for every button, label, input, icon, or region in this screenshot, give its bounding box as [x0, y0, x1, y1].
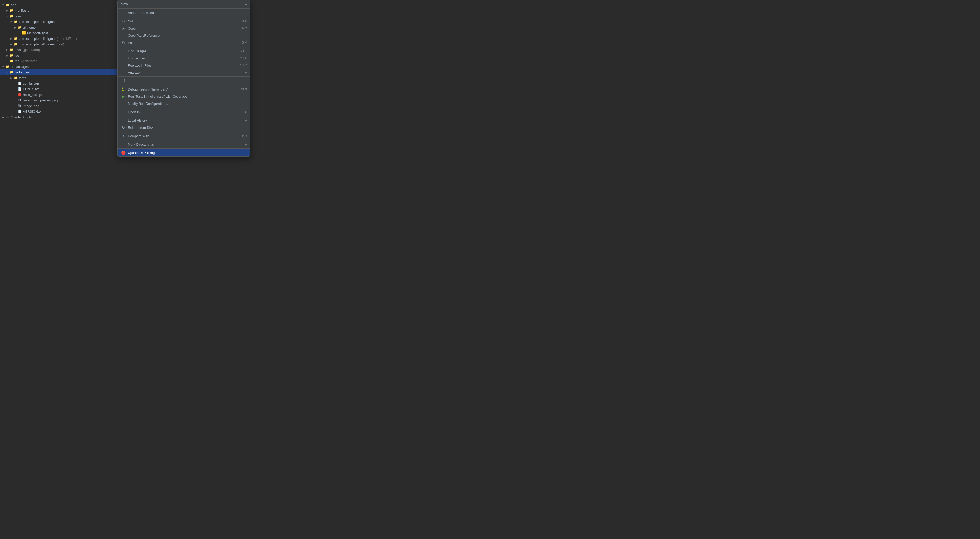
- folder-icon-com-example: 📁: [13, 20, 18, 24]
- tree-label-fonts: fonts: [19, 76, 115, 80]
- arrow-new: ▶: [245, 3, 247, 6]
- separator-2: [118, 17, 250, 17]
- shortcut-replace-in-files: ⌃⇧R: [239, 63, 247, 67]
- folder-icon-java-generated: 📁: [9, 48, 14, 52]
- menu-item-update-ui-package[interactable]: 🔴 Update UI Package: [118, 149, 250, 156]
- separator-10: [118, 148, 250, 149]
- menu-item-open-in[interactable]: Open In ▶: [118, 108, 250, 116]
- tree-item-java[interactable]: ▼ 📁 java: [0, 13, 117, 19]
- tree-label-hello-card: hello_card: [15, 70, 115, 74]
- menu-item-paste[interactable]: ⎗ Paste ⌘V: [118, 39, 250, 46]
- chevron-java: ▼: [5, 15, 9, 17]
- menu-item-copy-path[interactable]: Copy Path/Reference...: [118, 32, 250, 39]
- chevron-ui-packages: ▼: [1, 65, 5, 68]
- menu-item-add-cpp[interactable]: Add C++ to Module: [118, 9, 250, 16]
- menu-label-paste: Paste: [128, 41, 238, 44]
- tree-item-hello-card-json[interactable]: 🔴 hello_card.json: [0, 92, 117, 97]
- spinner-icon: ↺: [121, 78, 126, 83]
- menu-label-update-ui-package: Update UI Package: [128, 151, 247, 155]
- icon-local-history: [121, 118, 126, 123]
- tree-item-ui-packages[interactable]: ▼ 📁 ui-packages: [0, 64, 117, 69]
- menu-item-run-tests-coverage[interactable]: ▶ Run 'Tests in 'hello_card'' with Cover…: [118, 93, 250, 100]
- tree-item-com-example-androidtest[interactable]: ▶ 📁 com.example.hellofigma (androidTe…): [0, 36, 117, 41]
- tree-item-hello-card[interactable]: ▼ 📁 hello_card: [0, 69, 117, 75]
- chevron-gradle-scripts: ▶: [1, 116, 5, 119]
- menu-item-replace-in-files[interactable]: Replace in Files... ⌃⇧R: [118, 62, 250, 69]
- menu-item-find-in-files[interactable]: Find in Files... ⌃⇧F: [118, 55, 250, 62]
- tree-label-java: java: [15, 14, 115, 18]
- tree-item-app[interactable]: ▼ 📁 app: [0, 2, 117, 8]
- menu-item-debug-tests[interactable]: 🐛 Debug 'Tests in 'hello_card'' ⌃⇧F9: [118, 86, 250, 93]
- tree-label-fonts-txt: FONTS.txt: [23, 87, 115, 91]
- separator-7: [118, 116, 250, 116]
- tree-item-mainactivity[interactable]: 🟨 MainActivity.kt: [0, 30, 117, 36]
- icon-mark-directory: [121, 142, 126, 147]
- menu-label-run-tests-coverage: Run 'Tests in 'hello_card'' with Coverag…: [128, 95, 247, 98]
- tree-item-manifests[interactable]: ▶ 📁 manifests: [0, 8, 117, 13]
- tree-item-hello-card-preview[interactable]: 🖼 hello_card_preview.png: [0, 97, 117, 103]
- menu-item-local-history[interactable]: Local History ▶: [118, 117, 250, 124]
- context-menu: New ▶ Add C++ to Module ✂ Cut ⌘X ⎘ Copy …: [118, 0, 250, 157]
- folder-icon-ui-packages: 📁: [5, 65, 10, 68]
- tree-label-java-generated: java (generated): [15, 48, 115, 52]
- tree-item-fonts-txt[interactable]: 📄 FONTS.txt: [0, 86, 117, 92]
- file-icon-mainactivity: 🟨: [21, 31, 26, 35]
- chevron-fonts: ▶: [9, 76, 13, 79]
- file-icon-version-txt: 📄: [18, 109, 22, 113]
- tree-label-version-txt: VERSION.txt: [23, 109, 115, 113]
- tree-label-mainactivity: MainActivity.kt: [27, 31, 115, 35]
- tree-label-manifests: manifests: [15, 9, 115, 13]
- icon-copy-path: [121, 33, 126, 38]
- menu-item-reload-from-disk[interactable]: ↻ Reload from Disk: [118, 124, 250, 131]
- arrow-mark-directory: ▶: [245, 143, 247, 146]
- menu-label-debug-tests: Debug 'Tests in 'hello_card'': [128, 87, 234, 91]
- tree-item-ui-theme[interactable]: ▶ 📁 ui.theme: [0, 24, 117, 30]
- chevron-com-example: ▼: [9, 21, 13, 23]
- menu-label-copy: Copy: [128, 27, 237, 30]
- menu-item-compare-with[interactable]: ✦ Compare With... ⌘D: [118, 132, 250, 140]
- tree-item-com-example[interactable]: ▼ 📁 com.example.hellofigma: [0, 19, 117, 24]
- icon-reload-from-disk: ↻: [121, 125, 126, 130]
- menu-item-find-usages[interactable]: Find Usages ⌥F7: [118, 48, 250, 55]
- folder-icon-res-generated: 📁: [9, 59, 14, 63]
- menu-label-local-history: Local History: [128, 119, 243, 122]
- tree-item-config-json[interactable]: 📄 config.json: [0, 81, 117, 86]
- menu-item-modify-run[interactable]: Modify Run Configuration...: [118, 100, 250, 107]
- shortcut-paste: ⌘V: [242, 41, 247, 44]
- icon-add-cpp: [121, 10, 126, 15]
- menu-item-new[interactable]: New ▶: [118, 0, 250, 8]
- menu-item-copy[interactable]: ⎘ Copy ⌘C: [118, 25, 250, 32]
- icon-replace-in-files: [121, 63, 126, 68]
- shortcut-cut: ⌘X: [242, 19, 247, 23]
- chevron-manifests: ▶: [5, 9, 9, 12]
- menu-item-cut[interactable]: ✂ Cut ⌘X: [118, 17, 250, 25]
- file-icon-hello-card-preview: 🖼: [18, 98, 22, 102]
- tree-item-image-jpeg[interactable]: 🖼 image.jpeg: [0, 103, 117, 109]
- folder-icon-fonts: 📁: [13, 76, 18, 80]
- menu-item-mark-directory[interactable]: Mark Directory as ▶: [118, 141, 250, 148]
- separator-9: [118, 140, 250, 140]
- tree-label-ui-packages: ui-packages: [11, 65, 115, 68]
- file-icon-fonts-txt: 📄: [18, 87, 22, 91]
- icon-analyze: [121, 70, 126, 75]
- menu-label-replace-in-files: Replace in Files...: [128, 63, 235, 67]
- folder-icon-com-example-androidtest: 📁: [13, 36, 18, 41]
- folder-icon-hello-card: 📁: [9, 70, 14, 74]
- context-menu-wrapper: New ▶ Add C++ to Module ✂ Cut ⌘X ⎘ Copy …: [118, 0, 980, 539]
- arrow-local-history: ▶: [245, 119, 247, 122]
- tree-item-res-generated[interactable]: 📁 res (generated): [0, 58, 117, 64]
- menu-label-cut: Cut: [128, 19, 238, 23]
- icon-run-tests-coverage: ▶: [121, 94, 126, 99]
- tree-item-fonts[interactable]: ▶ 📁 fonts: [0, 75, 117, 81]
- menu-label-copy-path: Copy Path/Reference...: [128, 34, 247, 38]
- shortcut-debug-tests: ⌃⇧F9: [238, 87, 247, 91]
- tree-item-gradle-scripts[interactable]: ▶ ⚙ Gradle Scripts: [0, 114, 117, 120]
- icon-open-in: [121, 109, 126, 114]
- menu-label-find-usages: Find Usages: [128, 49, 235, 53]
- tree-item-com-example-test[interactable]: ▶ 📁 com.example.hellofigma (test): [0, 41, 117, 47]
- tree-item-version-txt[interactable]: 📄 VERSION.txt: [0, 109, 117, 114]
- tree-item-res[interactable]: ▶ 📁 res: [0, 52, 117, 58]
- menu-item-analyze[interactable]: Analyze ▶: [118, 69, 250, 76]
- tree-item-java-generated[interactable]: ▶ 📁 java (generated): [0, 47, 117, 52]
- menu-label-open-in: Open In: [128, 110, 243, 114]
